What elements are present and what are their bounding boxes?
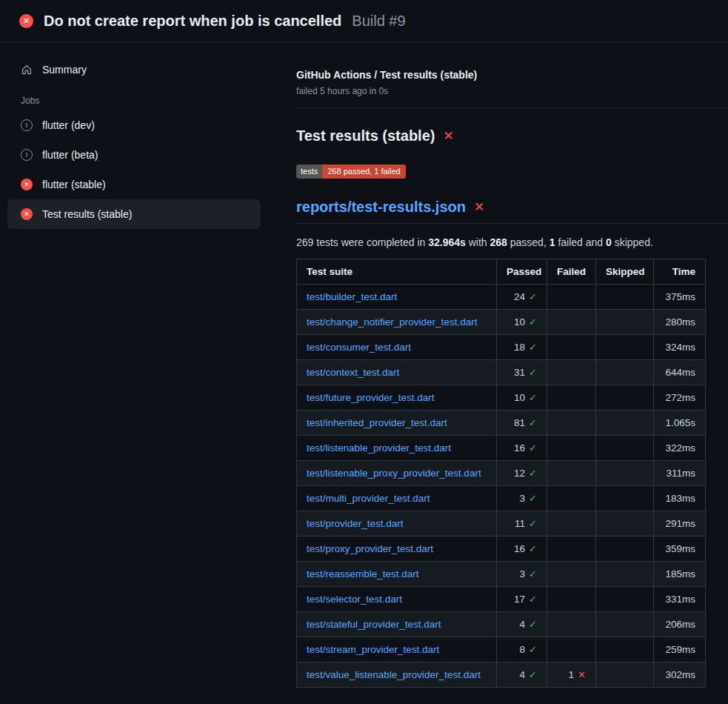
skipped-cell: [596, 436, 654, 461]
test-suite-cell: test/multi_provider_test.dart: [297, 486, 497, 511]
status-line: failed 5 hours ago in 0s: [296, 86, 728, 96]
time-cell: 272ms: [654, 385, 706, 411]
skipped-cell: [596, 562, 654, 587]
passed-check-icon: ✓: [529, 619, 537, 630]
failed-cell: [547, 385, 596, 411]
sidebar-job-flutter-beta[interactable]: !flutter (beta): [7, 140, 261, 170]
test-suite-link[interactable]: test/provider_test.dart: [307, 518, 404, 529]
summary-skipped-count: 0: [606, 236, 612, 248]
test-suite-cell: test/consumer_test.dart: [297, 335, 497, 360]
passed-cell: 3✓: [497, 562, 547, 587]
summary-text: skipped.: [612, 236, 653, 248]
skipped-cell: [596, 360, 654, 385]
failed-cell: [547, 537, 596, 562]
test-suite-cell: test/proxy_provider_test.dart: [297, 537, 497, 562]
table-row: test/listenable_proxy_provider_test.dart…: [297, 461, 706, 486]
sidebar-job-flutter-dev[interactable]: !flutter (dev): [7, 110, 261, 140]
time-cell: 185ms: [654, 562, 706, 587]
table-row: test/reassemble_test.dart3✓185ms: [297, 562, 706, 587]
test-suite-link[interactable]: test/selector_test.dart: [307, 594, 402, 605]
test-suite-cell: test/listenable_provider_test.dart: [297, 436, 497, 461]
failed-cell: [547, 335, 596, 360]
test-suite-link[interactable]: test/multi_provider_test.dart: [307, 493, 430, 504]
report-link[interactable]: reports/test-results.json: [296, 199, 466, 216]
skipped-cell: [596, 612, 654, 637]
passed-cell: 3✓: [497, 486, 547, 511]
passed-cell: 16✓: [497, 436, 547, 461]
summary-text: failed and: [555, 236, 607, 248]
passed-cell: 10✓: [497, 385, 547, 411]
test-suite-link[interactable]: test/consumer_test.dart: [307, 342, 411, 353]
test-suite-link[interactable]: test/proxy_provider_test.dart: [307, 543, 433, 554]
summary-line: 269 tests were completed in 32.964s with…: [296, 236, 728, 248]
sidebar-job-test-results-stable[interactable]: ✕Test results (stable): [7, 199, 261, 229]
test-suite-link[interactable]: test/listenable_proxy_provider_test.dart: [307, 468, 481, 479]
passed-count: 4: [520, 669, 526, 680]
table-row: test/change_notifier_provider_test.dart1…: [297, 310, 706, 335]
test-suite-link[interactable]: test/stateful_provider_test.dart: [307, 619, 441, 630]
test-suite-link[interactable]: test/inherited_provider_test.dart: [307, 417, 447, 428]
test-suite-cell: test/stateful_provider_test.dart: [297, 612, 497, 637]
sidebar-item-summary[interactable]: Summary: [7, 56, 261, 84]
failed-status-icon: ✕: [19, 14, 33, 28]
test-suite-cell: test/listenable_proxy_provider_test.dart: [297, 461, 497, 486]
passed-check-icon: ✓: [529, 568, 537, 580]
time-cell: 331ms: [654, 587, 706, 612]
check-title-text: Test results (stable): [296, 127, 435, 145]
home-icon: [21, 64, 33, 76]
skipped-cell: [596, 385, 654, 411]
summary-text: passed,: [507, 236, 550, 248]
skipped-cell: [596, 335, 654, 360]
check-title: Test results (stable) ✕: [296, 127, 728, 145]
test-results-table: Test suitePassedFailedSkippedTime test/b…: [296, 259, 706, 688]
failed-cell: [547, 486, 596, 511]
test-suite-link[interactable]: test/reassemble_test.dart: [307, 568, 419, 580]
passed-cell: 11✓: [497, 511, 547, 537]
passed-check-icon: ✓: [529, 518, 537, 529]
sidebar-job-flutter-stable[interactable]: ✕flutter (stable): [7, 170, 261, 199]
test-suite-link[interactable]: test/stream_provider_test.dart: [307, 644, 439, 655]
table-row: test/future_provider_test.dart10✓272ms: [297, 385, 706, 411]
passed-count: 17: [514, 594, 525, 605]
test-suite-link[interactable]: test/listenable_provider_test.dart: [307, 442, 451, 454]
test-suite-cell: test/change_notifier_provider_test.dart: [297, 310, 497, 335]
table-row: test/stateful_provider_test.dart4✓206ms: [297, 612, 706, 637]
summary-duration: 32.964s: [428, 236, 466, 248]
time-cell: 206ms: [654, 612, 706, 637]
passed-check-icon: ✓: [529, 442, 537, 454]
time-cell: 324ms: [654, 335, 706, 360]
report-heading: reports/test-results.json ✕: [296, 199, 728, 224]
time-cell: 359ms: [654, 537, 706, 562]
test-suite-cell: test/selector_test.dart: [297, 587, 497, 612]
test-suite-link[interactable]: test/change_notifier_provider_test.dart: [307, 316, 477, 328]
skipped-cell: [596, 411, 654, 436]
passed-cell: 18✓: [497, 335, 547, 360]
test-suite-link[interactable]: test/context_test.dart: [307, 367, 399, 378]
table-row: test/selector_test.dart17✓331ms: [297, 587, 706, 612]
passed-count: 24: [514, 291, 525, 302]
test-suite-link[interactable]: test/value_listenable_provider_test.dart: [307, 669, 481, 680]
passed-check-icon: ✓: [529, 316, 537, 328]
passed-count: 3: [520, 493, 526, 504]
neutral-status-icon: !: [21, 149, 33, 161]
failed-cell: [547, 637, 596, 663]
sidebar-job-label: flutter (dev): [42, 119, 95, 131]
table-row: test/proxy_provider_test.dart16✓359ms: [297, 537, 706, 562]
passed-check-icon: ✓: [529, 392, 537, 403]
time-cell: 291ms: [654, 511, 706, 537]
sidebar-job-label: flutter (stable): [42, 179, 106, 190]
time-cell: 322ms: [654, 436, 706, 461]
passed-cell: 17✓: [497, 587, 547, 612]
check-run-page: ✕ Do not create report when job is cance…: [0, 0, 728, 704]
passed-count: 12: [514, 468, 525, 479]
sidebar: Summary Jobs !flutter (dev)!flutter (bet…: [0, 42, 296, 704]
test-suite-link[interactable]: test/builder_test.dart: [307, 291, 397, 302]
badge-label: tests: [296, 165, 322, 179]
failed-cell: [547, 360, 596, 385]
time-cell: 375ms: [654, 285, 706, 310]
passed-count: 18: [514, 342, 525, 353]
breadcrumb: GitHub Actions / Test results (stable): [296, 69, 728, 81]
column-header-time: Time: [654, 259, 706, 285]
passed-count: 16: [514, 543, 525, 554]
test-suite-link[interactable]: test/future_provider_test.dart: [307, 392, 435, 403]
